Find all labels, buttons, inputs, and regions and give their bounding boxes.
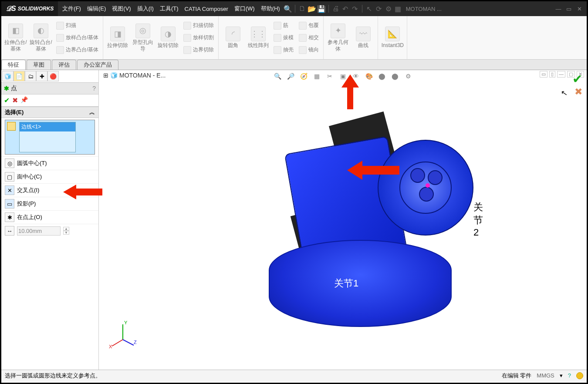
opt-face-center-label: 面中心(C) bbox=[17, 173, 42, 181]
options-icon[interactable]: ⚙ bbox=[384, 4, 393, 13]
distance-field-row: ↔ ▲▼ bbox=[1, 224, 98, 237]
window-close[interactable]: ✕ bbox=[575, 5, 583, 13]
status-help-icon[interactable]: ? bbox=[568, 372, 571, 379]
panel-tab-display[interactable]: 🔴 bbox=[47, 71, 59, 81]
redo-icon[interactable]: ↷ bbox=[351, 4, 359, 13]
panel-tab-feature-tree[interactable]: 🧊 bbox=[2, 71, 14, 81]
opt-on-point[interactable]: ✱ 在点上(O) bbox=[1, 210, 98, 224]
pm-cancel-button[interactable]: ✖ bbox=[12, 96, 18, 104]
svg-marker-8 bbox=[63, 185, 102, 199]
selection-box[interactable]: 边线<1> bbox=[5, 120, 95, 155]
status-dropdown-icon[interactable]: ▾ bbox=[560, 372, 563, 379]
zoom-window-icon[interactable]: 🔎 bbox=[285, 71, 296, 81]
rebuild-icon[interactable]: ⟳ bbox=[375, 4, 383, 13]
render-icon[interactable]: ⬤ bbox=[390, 71, 400, 81]
revolve-boss-button[interactable]: ◐旋转凸台/基体 bbox=[29, 18, 53, 57]
viewport[interactable]: ⊞ 🧊 MOTOMAN - E... 🔍 🔎 🧭 ▦ ✂ ▣ 👁 🎨 ⬤ ⬤ ⚙… bbox=[99, 70, 587, 370]
appearance-icon[interactable]: 🎨 bbox=[364, 71, 374, 81]
window-restore[interactable]: ▭ bbox=[565, 5, 573, 13]
pattern-icon: ⋮⋮ bbox=[251, 27, 266, 41]
menu-window[interactable]: 窗口(W) bbox=[232, 3, 257, 14]
print-icon[interactable]: 🖨 bbox=[331, 4, 340, 13]
boundary-icon bbox=[56, 46, 64, 54]
panel-tab-config[interactable]: 🗂 bbox=[25, 71, 36, 81]
opt-projection-label: 投影(P) bbox=[17, 200, 36, 208]
menu-insert[interactable]: 插入(I) bbox=[135, 3, 156, 14]
pm-title-row: ✱ 点 ? bbox=[1, 83, 98, 94]
shell-button[interactable]: 抽壳 bbox=[272, 44, 295, 56]
model-view[interactable]: 关节1 关节2 bbox=[190, 92, 487, 344]
menu-view[interactable]: 视图(V) bbox=[109, 3, 133, 14]
sweep-button[interactable]: 扫描 bbox=[54, 20, 100, 32]
distance-input[interactable] bbox=[17, 226, 61, 236]
confirm-ok-button[interactable]: ✔ bbox=[572, 72, 582, 86]
boundary-cut-button[interactable]: 边界切除 bbox=[182, 44, 216, 56]
loft-cut-button[interactable]: 放样切割 bbox=[182, 32, 216, 44]
extrude-cut-button[interactable]: ◨拉伸切除 bbox=[106, 18, 129, 57]
opt-face-center[interactable]: ▢ 面中心(C) bbox=[1, 170, 98, 183]
wrap-button[interactable]: 包覆 bbox=[297, 20, 321, 32]
opt-arc-center[interactable]: ◎ 圆弧中心(T) bbox=[1, 156, 98, 170]
menu-tools[interactable]: 工具(T) bbox=[157, 3, 181, 14]
confirm-cancel-button[interactable]: ✖ bbox=[572, 86, 582, 98]
status-pin-icon[interactable] bbox=[576, 372, 583, 379]
undo-icon[interactable]: ↶ bbox=[341, 4, 350, 13]
open-icon[interactable]: 📂 bbox=[308, 4, 316, 13]
curves-button[interactable]: 〰曲线 bbox=[351, 18, 375, 57]
view-orient-icon[interactable]: 🧭 bbox=[298, 71, 309, 81]
pm-help-icon[interactable]: ? bbox=[92, 85, 96, 92]
select-icon[interactable]: ↖ bbox=[365, 4, 374, 13]
linear-pattern-button[interactable]: ⋮⋮线性阵列 bbox=[247, 18, 270, 57]
window-minimize[interactable]: — bbox=[554, 5, 562, 13]
menu-catia[interactable]: CATIA Composer bbox=[182, 4, 231, 14]
zoom-fit-icon[interactable]: 🔍 bbox=[272, 71, 283, 81]
settings-icon[interactable]: ⚙ bbox=[403, 71, 413, 81]
panel-tab-property-mgr[interactable]: 📄 bbox=[14, 71, 25, 81]
pm-ok-button[interactable]: ✔ bbox=[4, 96, 10, 104]
revolve-cut-button[interactable]: ◑旋转切除 bbox=[156, 18, 180, 57]
extrude-boss-button[interactable]: ◧拉伸凸台/基体 bbox=[4, 18, 27, 57]
separator bbox=[328, 5, 329, 13]
sweep-cut-icon bbox=[183, 22, 191, 30]
fillet-button[interactable]: ◜圆角 bbox=[221, 18, 245, 57]
search-icon[interactable]: 🔍 bbox=[284, 4, 292, 13]
save-icon[interactable]: 💾 bbox=[317, 4, 326, 13]
selection-list[interactable]: 边线<1> bbox=[19, 122, 76, 152]
display-style-icon[interactable]: ▦ bbox=[311, 71, 322, 81]
tree-expand-icon[interactable]: ⊞ bbox=[103, 72, 108, 79]
status-units[interactable]: MMGS bbox=[537, 372, 554, 379]
draft-button[interactable]: 拔模 bbox=[272, 32, 295, 44]
ref-geom-button[interactable]: ✦参考几何体 bbox=[326, 18, 350, 57]
breadcrumb[interactable]: ⊞ 🧊 MOTOMAN - E... bbox=[103, 72, 166, 79]
boundary-boss-button[interactable]: 边界凸台/基体 bbox=[54, 44, 100, 56]
distance-spinner[interactable]: ▲▼ bbox=[63, 227, 69, 235]
scene-icon[interactable]: ⬤ bbox=[377, 71, 387, 81]
misc-icon[interactable]: ▦ bbox=[394, 4, 402, 13]
menu-file[interactable]: 文件(F) bbox=[60, 3, 84, 14]
shell-icon bbox=[274, 46, 281, 54]
vp-tile-icon[interactable]: ▯ bbox=[549, 71, 555, 77]
callout-arrow-arc-center bbox=[63, 183, 102, 202]
mirror-button[interactable]: 镜向 bbox=[297, 44, 321, 56]
new-icon[interactable]: 🗋 bbox=[298, 4, 307, 13]
rib-button[interactable]: 筋 bbox=[272, 20, 295, 32]
loft-boss-button[interactable]: 放样凸台/基体 bbox=[54, 32, 100, 44]
sweep-cut-button[interactable]: 扫描切除 bbox=[182, 20, 216, 32]
pm-pin-button[interactable]: 📌 bbox=[20, 96, 28, 104]
vp-min-icon[interactable]: — bbox=[557, 71, 565, 77]
selection-item[interactable]: 边线<1> bbox=[20, 122, 75, 131]
pm-section-select[interactable]: 选择(E) ︽ bbox=[1, 107, 98, 118]
tab-sketch[interactable]: 草图 bbox=[27, 60, 51, 70]
panel-tab-dim[interactable]: ✚ bbox=[36, 71, 47, 81]
menu-edit[interactable]: 编辑(E) bbox=[84, 3, 108, 14]
chevron-up-icon: ︽ bbox=[89, 108, 95, 116]
tab-evaluate[interactable]: 评估 bbox=[52, 60, 76, 70]
hole-wizard-button[interactable]: ◎异型孔向导 bbox=[131, 18, 155, 57]
section-view-icon[interactable]: ✂ bbox=[324, 71, 335, 81]
tab-office[interactable]: 办公室产品 bbox=[77, 60, 118, 70]
vp-restore-icon[interactable]: ▭ bbox=[540, 71, 547, 77]
intersect-button[interactable]: 相交 bbox=[297, 32, 321, 44]
instant3d-button[interactable]: 📐Instant3D bbox=[381, 18, 404, 57]
menu-help[interactable]: 帮助(H) bbox=[258, 3, 283, 14]
tab-feature[interactable]: 特征 bbox=[1, 60, 26, 70]
